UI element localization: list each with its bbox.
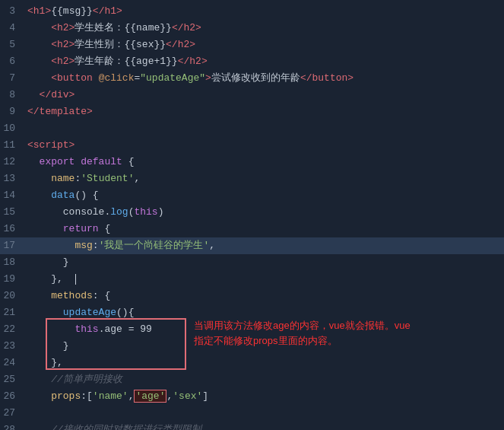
line-content-14: data() { xyxy=(27,187,504,204)
line-content-24: }, xyxy=(27,355,504,371)
line-num-16: 16 xyxy=(0,221,27,237)
code-line-11: 11 <script> xyxy=(0,137,504,154)
line-num-9: 9 xyxy=(0,104,27,120)
line-content-15: console.log(this) xyxy=(27,204,504,221)
line-num-20: 20 xyxy=(0,288,27,304)
line-num-24: 24 xyxy=(0,355,27,371)
line-num-6: 6 xyxy=(0,53,27,70)
line-content-6: <h2>学生年龄：{{age+1}}</h2> xyxy=(27,53,504,70)
code-line-16: 16 return { xyxy=(0,221,504,237)
line-content-8: </div> xyxy=(27,87,504,104)
code-line-8: 8 </div> xyxy=(0,87,504,104)
code-line-4: 4 <h2>学生姓名：{{name}}</h2> xyxy=(0,20,504,37)
line-content-16: return { xyxy=(27,221,504,237)
code-line-6: 6 <h2>学生年龄：{{age+1}}</h2> xyxy=(0,53,504,70)
code-line-19: 19 }, xyxy=(0,271,504,288)
line-content-7: <button @click="updateAge">尝试修改收到的年龄</bu… xyxy=(27,70,504,87)
code-line-18: 18 } xyxy=(0,254,504,271)
line-content-28: //接收的同时对数据进行类型限制 xyxy=(27,422,504,430)
line-content-12: export default { xyxy=(27,154,504,170)
line-num-28: 28 xyxy=(0,422,27,430)
line-num-5: 5 xyxy=(0,37,27,53)
line-content-26: props:['name','age','sex'] xyxy=(27,388,504,405)
line-content-5: <h2>学生性别：{{sex}}</h2> xyxy=(27,37,504,53)
code-line-24: 24 }, xyxy=(0,355,504,371)
annotation-text: 当调用该方法修改age的内容，vue就会报错。vue指定不能修改props里面的… xyxy=(194,318,414,349)
line-content-11: <script> xyxy=(27,137,504,154)
code-line-12: 12 export default { xyxy=(0,154,504,170)
line-content-13: name:'Student', xyxy=(27,170,504,187)
line-num-4: 4 xyxy=(0,20,27,37)
code-line-17: 17 msg:'我是一个尚硅谷的学生', xyxy=(0,237,504,254)
code-line-26: 26 props:['name','age','sex'] xyxy=(0,388,504,405)
code-line-9: 9 </template> xyxy=(0,104,504,120)
line-num-3: 3 xyxy=(0,3,27,20)
code-lines: 3 <h1>{{msg}}</h1> 4 <h2>学生姓名：{{name}}</… xyxy=(0,0,504,430)
code-line-28: 28 //接收的同时对数据进行类型限制 xyxy=(0,422,504,430)
line-num-15: 15 xyxy=(0,204,27,221)
line-content-25: //简单声明接收 xyxy=(27,371,504,388)
code-line-27: 27 xyxy=(0,405,504,422)
line-num-11: 11 xyxy=(0,137,27,154)
code-line-7: 7 <button @click="updateAge">尝试修改收到的年龄</… xyxy=(0,70,504,87)
line-num-26: 26 xyxy=(0,388,27,405)
code-line-25: 25 //简单声明接收 xyxy=(0,371,504,388)
line-num-21: 21 xyxy=(0,304,27,321)
code-line-15: 15 console.log(this) xyxy=(0,204,504,221)
code-line-14: 14 data() { xyxy=(0,187,504,204)
line-num-12: 12 xyxy=(0,154,27,170)
line-num-23: 23 xyxy=(0,338,27,355)
code-editor: 3 <h1>{{msg}}</h1> 4 <h2>学生姓名：{{name}}</… xyxy=(0,0,504,430)
line-num-27: 27 xyxy=(0,405,27,422)
line-content-3: <h1>{{msg}}</h1> xyxy=(27,3,504,20)
line-num-17: 17 xyxy=(0,237,27,254)
line-num-18: 18 xyxy=(0,254,27,271)
code-line-3: 3 <h1>{{msg}}</h1> xyxy=(0,3,504,20)
line-num-8: 8 xyxy=(0,87,27,104)
line-num-14: 14 xyxy=(0,187,27,204)
code-line-13: 13 name:'Student', xyxy=(0,170,504,187)
line-content-4: <h2>学生姓名：{{name}}</h2> xyxy=(27,20,504,37)
line-content-17: msg:'我是一个尚硅谷的学生', xyxy=(27,237,504,254)
line-content-9: </template> xyxy=(27,104,504,120)
line-num-7: 7 xyxy=(0,70,27,87)
code-line-10: 10 xyxy=(0,120,504,137)
line-content-18: } xyxy=(27,254,504,271)
line-num-25: 25 xyxy=(0,371,27,388)
line-num-19: 19 xyxy=(0,271,27,288)
line-num-22: 22 xyxy=(0,321,27,338)
code-line-20: 20 methods: { xyxy=(0,288,504,304)
line-content-20: methods: { xyxy=(27,288,504,304)
line-num-10: 10 xyxy=(0,120,27,137)
line-content-19: }, xyxy=(27,271,504,288)
line-num-13: 13 xyxy=(0,170,27,187)
code-line-5: 5 <h2>学生性别：{{sex}}</h2> xyxy=(0,37,504,53)
